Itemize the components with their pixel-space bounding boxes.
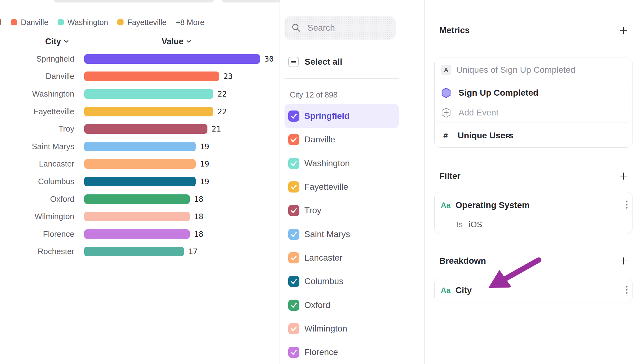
city-option-row[interactable]: Saint Marys (285, 222, 399, 246)
legend-item[interactable]: Fayetteville (117, 18, 166, 27)
bar-rows: Springfield30Danville23Washington22Fayet… (0, 50, 280, 260)
bar[interactable] (84, 142, 196, 151)
add-event-hexagon-plus-icon (441, 107, 451, 118)
city-option-row[interactable]: Lancaster (285, 246, 399, 270)
bar[interactable] (84, 89, 213, 99)
bar-category-label: Troy (0, 124, 74, 134)
bar-value-label: 22 (218, 107, 227, 116)
checkbox-checked-icon[interactable] (288, 110, 299, 122)
metric-summary-label: Uniques of Sign Up Completed (456, 65, 575, 75)
hash-icon: # (443, 131, 448, 141)
bar[interactable] (84, 177, 196, 186)
bar[interactable] (84, 194, 190, 204)
city-option-row[interactable]: Fayetteville (285, 175, 399, 199)
chart-row: Troy21 (0, 120, 280, 138)
checkbox-checked-icon[interactable] (288, 347, 299, 358)
checkbox-checked-icon[interactable] (288, 229, 299, 240)
check-icon (288, 205, 299, 216)
bar-category-label: Lancaster (0, 159, 74, 169)
check-icon (288, 323, 299, 334)
value-column-label: Value (162, 37, 184, 46)
event-name[interactable]: Sign Up Completed (459, 88, 538, 98)
search-box[interactable] (285, 16, 396, 40)
bar[interactable] (84, 159, 196, 169)
select-all-row[interactable]: Select all (288, 57, 342, 67)
bar-category-label: Rochester (0, 247, 74, 256)
bar-category-label: Saint Marys (0, 142, 74, 151)
city-option-row[interactable]: Florence (285, 340, 399, 364)
metric-card[interactable]: A Uniques of Sign Up Completed Sign Up C… (434, 58, 632, 148)
legend-label: Fayetteville (127, 18, 166, 27)
checkbox-checked-icon[interactable] (288, 300, 299, 311)
legend-more-label[interactable]: +8 More (176, 18, 204, 27)
checkbox-checked-icon[interactable] (288, 276, 299, 287)
metrics-section-title: Metrics (439, 25, 470, 35)
city-option-label: Wilmington (304, 324, 347, 334)
city-option-row[interactable]: Washington (285, 152, 399, 175)
chart-row: Wilmington18 (0, 208, 280, 225)
bar[interactable] (84, 72, 219, 81)
bar[interactable] (84, 247, 184, 256)
chart-row: Springfield30 (0, 50, 280, 68)
search-input[interactable] (307, 23, 385, 33)
plus-icon (619, 172, 628, 180)
breakdown-card[interactable]: Aa City (434, 278, 632, 302)
bar-value-label: 18 (194, 195, 203, 204)
breakdown-options-kebab-button[interactable] (624, 284, 629, 297)
legend-swatch (117, 19, 124, 25)
city-option-label: Troy (304, 206, 321, 215)
bar-value-label: 19 (200, 159, 209, 168)
legend-item[interactable]: Danville (11, 18, 48, 27)
bar[interactable] (84, 212, 190, 221)
bar[interactable] (84, 54, 260, 64)
checkbox-checked-icon[interactable] (288, 181, 299, 193)
value-sort-header[interactable]: Value (162, 36, 191, 47)
bar-value-label: 23 (224, 72, 233, 81)
legend-label: Springfield (0, 18, 2, 27)
city-sort-header[interactable]: City (45, 36, 69, 47)
chart-row: Fayetteville22 (0, 103, 280, 120)
filter-property-name[interactable]: Operating System (455, 200, 530, 210)
checkbox-checked-icon[interactable] (288, 323, 299, 334)
city-option-row[interactable]: Danville (285, 128, 399, 151)
select-all-checkbox-indeterminate[interactable] (288, 57, 299, 67)
filter-section-title: Filter (439, 171, 460, 181)
filter-value[interactable]: iOS (469, 220, 482, 229)
city-option-row[interactable]: Wilmington (285, 317, 399, 340)
chevron-down-icon (186, 40, 191, 43)
checkbox-checked-icon[interactable] (288, 252, 299, 263)
add-event-button[interactable]: Add Event (459, 108, 498, 118)
bar-value-label: 18 (194, 212, 203, 221)
chart-row: Washington22 (0, 85, 280, 103)
filter-operator[interactable]: Is (456, 220, 463, 229)
legend-item[interactable]: Springfield (0, 18, 2, 27)
check-icon (288, 181, 299, 193)
city-option-row[interactable]: Troy (285, 199, 399, 222)
breakdown-property-name[interactable]: City (455, 285, 472, 295)
city-option-row[interactable]: Columbus (285, 270, 399, 293)
filter-card[interactable]: Aa Operating System Is iOS (434, 192, 632, 234)
bar[interactable] (84, 124, 207, 134)
city-option-label: Oxford (304, 300, 330, 310)
bar-value-label: 19 (200, 177, 209, 186)
checkbox-checked-icon[interactable] (288, 158, 299, 169)
bar-category-label: Fayetteville (0, 107, 74, 116)
checkbox-checked-icon[interactable] (288, 205, 299, 216)
checkbox-checked-icon[interactable] (288, 134, 299, 145)
legend-item[interactable]: Washington (58, 18, 108, 27)
minus-icon (291, 61, 296, 63)
city-option-label: Springfield (304, 111, 350, 121)
chart-row: Oxford18 (0, 190, 280, 208)
check-icon (288, 347, 299, 358)
bar[interactable] (84, 107, 213, 116)
legend-swatch (11, 19, 17, 25)
breakdown-values-picker: Select all City 12 of 898 SpringfieldDan… (280, 0, 425, 364)
city-option-row[interactable]: Springfield (285, 104, 399, 128)
check-icon (288, 158, 299, 169)
filter-options-kebab-button[interactable] (624, 199, 629, 211)
add-metric-button[interactable] (619, 26, 628, 35)
add-filter-button[interactable] (619, 172, 628, 180)
bar[interactable] (84, 229, 190, 239)
add-breakdown-button[interactable] (619, 257, 628, 265)
city-option-row[interactable]: Oxford (285, 293, 399, 317)
